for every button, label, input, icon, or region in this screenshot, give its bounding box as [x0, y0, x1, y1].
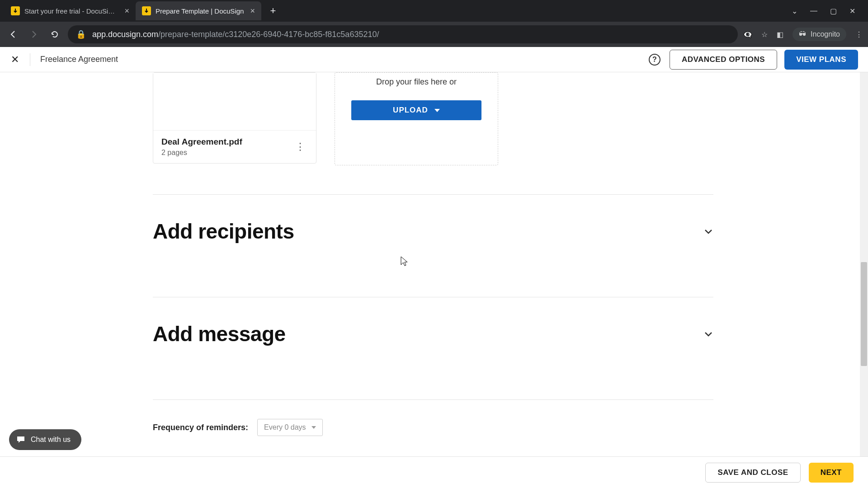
- document-meta: Deal Agreement.pdf 2 pages ⋮: [153, 131, 316, 163]
- caret-down-icon: [434, 109, 440, 112]
- minimize-icon[interactable]: —: [810, 7, 817, 15]
- chevron-down-icon: [703, 226, 713, 236]
- upload-dropzone[interactable]: Drop your files here or UPLOAD: [335, 72, 498, 165]
- kebab-menu-icon[interactable]: ⋮: [855, 30, 863, 39]
- browser-chrome: Start your free trial - DocuSign eS × Pr…: [0, 0, 868, 47]
- dropzone-hint: Drop your files here or: [376, 77, 457, 87]
- maximize-icon[interactable]: ▢: [830, 7, 837, 15]
- save-and-close-button[interactable]: SAVE AND CLOSE: [705, 463, 800, 483]
- view-plans-button[interactable]: VIEW PLANS: [784, 50, 858, 70]
- browser-tab-2[interactable]: Prepare Template | DocuSign ×: [136, 1, 261, 20]
- docusign-favicon: [142, 6, 151, 15]
- section-title: Add recipients: [153, 219, 294, 244]
- reminder-frequency-select[interactable]: Every 0 days: [257, 419, 322, 436]
- tab-title: Start your free trial - DocuSign eS: [24, 7, 118, 15]
- main-viewport: Deal Agreement.pdf 2 pages ⋮ Drop your f…: [0, 72, 868, 488]
- close-window-icon[interactable]: ✕: [849, 7, 855, 15]
- advanced-options-button[interactable]: ADVANCED OPTIONS: [670, 50, 777, 70]
- divider: [30, 53, 30, 66]
- content: Deal Agreement.pdf 2 pages ⋮ Drop your f…: [153, 72, 713, 436]
- url-host: app.docusign.com: [92, 30, 158, 39]
- chat-label: Chat with us: [31, 436, 71, 444]
- incognito-label: Incognito: [811, 30, 840, 38]
- close-template-button[interactable]: ✕: [8, 53, 22, 66]
- documents-row: Deal Agreement.pdf 2 pages ⋮ Drop your f…: [153, 72, 713, 165]
- live-chat-button[interactable]: Chat with us: [9, 429, 81, 450]
- document-pagecount: 2 pages: [161, 149, 292, 157]
- back-button[interactable]: [5, 27, 21, 42]
- bookmark-star-icon[interactable]: ☆: [761, 30, 768, 39]
- chat-bubble-icon: [16, 435, 25, 444]
- browser-tab-1[interactable]: Start your free trial - DocuSign eS ×: [5, 1, 136, 20]
- reminder-frequency-row: Frequency of reminders: Every 0 days: [153, 400, 713, 436]
- reminder-label: Frequency of reminders:: [153, 423, 248, 432]
- docusign-favicon: [11, 6, 20, 15]
- chevron-down-icon: [703, 329, 713, 339]
- incognito-icon: 🕶: [799, 30, 806, 38]
- template-name: Freelance Agreement: [40, 55, 118, 64]
- select-value: Every 0 days: [264, 423, 306, 432]
- url-input[interactable]: 🔒 app.docusign.com/prepare-template/c312…: [68, 25, 738, 43]
- document-card[interactable]: Deal Agreement.pdf 2 pages ⋮: [153, 72, 316, 164]
- tab-close-icon[interactable]: ×: [250, 6, 255, 16]
- window-controls: ⌄ — ▢ ✕: [792, 7, 868, 15]
- tab-title: Prepare Template | DocuSign: [156, 7, 244, 15]
- new-tab-button[interactable]: +: [266, 4, 280, 18]
- forward-button[interactable]: [26, 27, 42, 42]
- eye-off-icon[interactable]: 👁‍🗨: [743, 30, 752, 39]
- side-panel-icon[interactable]: ◧: [777, 30, 783, 39]
- address-bar: 🔒 app.docusign.com/prepare-template/c312…: [0, 22, 868, 47]
- tab-dropdown-icon[interactable]: ⌄: [792, 7, 797, 15]
- toolbar-right: 👁‍🗨 ☆ ◧ 🕶 Incognito ⋮: [743, 28, 863, 41]
- upload-button[interactable]: UPLOAD: [351, 100, 481, 120]
- next-button[interactable]: NEXT: [809, 463, 854, 483]
- help-icon[interactable]: ?: [649, 54, 660, 66]
- add-recipients-section[interactable]: Add recipients: [153, 195, 713, 268]
- document-actions-menu[interactable]: ⋮: [292, 141, 308, 153]
- app-header: ✕ Freelance Agreement ? ADVANCED OPTIONS…: [0, 47, 868, 72]
- url-path: /prepare-template/c3120e26-6940-4176-bc8…: [158, 30, 379, 39]
- vertical-scrollbar[interactable]: [860, 72, 868, 469]
- scrollbar-thumb[interactable]: [861, 262, 867, 366]
- document-thumbnail: [153, 73, 316, 131]
- section-title: Add message: [153, 322, 286, 346]
- document-filename: Deal Agreement.pdf: [161, 137, 292, 147]
- upload-button-label: UPLOAD: [393, 106, 428, 115]
- tab-strip: Start your free trial - DocuSign eS × Pr…: [0, 0, 868, 22]
- tab-close-icon[interactable]: ×: [124, 6, 129, 16]
- incognito-badge[interactable]: 🕶 Incognito: [793, 28, 846, 41]
- caret-down-icon: [311, 426, 316, 429]
- add-message-section[interactable]: Add message: [153, 297, 713, 371]
- lock-icon: 🔒: [76, 29, 86, 39]
- footer-bar: SAVE AND CLOSE NEXT: [0, 456, 868, 488]
- reload-button[interactable]: [47, 27, 62, 42]
